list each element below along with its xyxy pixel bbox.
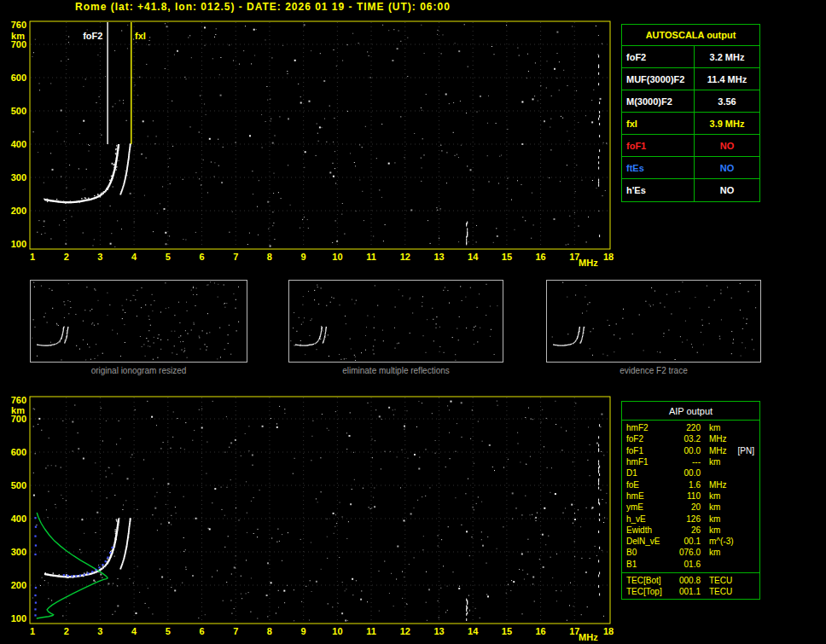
- aip-param-unit: km: [701, 491, 720, 501]
- x-tick-label: 13: [433, 252, 444, 262]
- y-tick-label: 500: [11, 480, 26, 490]
- x-tick-label: 4: [131, 626, 137, 636]
- aip-param-label: TEC[Top]: [622, 587, 670, 596]
- y-tick-label: 760: [11, 395, 26, 405]
- x-tick-label: 15: [502, 252, 512, 262]
- y-tick-label: 600: [11, 73, 26, 83]
- aip-row-TEC[Bot]: TEC[Bot]000.8TECU: [622, 575, 759, 586]
- aip-param-value: 126: [670, 514, 701, 524]
- autoscala-param-value: 3.56: [694, 90, 759, 112]
- thumb2-svg: [547, 281, 759, 362]
- autoscala-table-rows: foF23.2 MHzMUF(3000)F211.4 MHzM(3000)F23…: [622, 46, 759, 201]
- x-tick-label: 18: [603, 252, 614, 262]
- scaled-ionogram-plot: foF2fxI760700600500400300200100km1234567…: [0, 17, 623, 273]
- y-tick-label: 760: [11, 20, 26, 30]
- x-tick-label: 3: [97, 252, 102, 262]
- y-tick-label: 100: [11, 239, 26, 249]
- aip-param-label: D1: [622, 468, 670, 478]
- x-tick-label: 9: [301, 252, 306, 262]
- aip-tec-rows: TEC[Bot]000.8TECUTEC[Top]001.1TECU: [622, 572, 759, 598]
- autoscala-output-table: AUTOSCALA output foF23.2 MHzMUF(3000)F21…: [621, 24, 760, 202]
- aip-param-value: 20: [670, 502, 701, 512]
- x-tick-label: 2: [64, 252, 69, 262]
- aip-param-unit: MHz: [701, 434, 727, 444]
- aip-param-unit: km: [701, 525, 720, 535]
- marker-label-foF2: foF2: [83, 31, 102, 41]
- x-tick-label: 8: [267, 252, 272, 262]
- scaled-ionogram-svg: foF2fxI760700600500400300200100km1234567…: [0, 17, 623, 273]
- y-tick-label: 700: [11, 39, 26, 49]
- aip-param-value: 1.6: [670, 480, 701, 490]
- aip-param-label: foF1: [622, 446, 670, 455]
- y-tick-label: 400: [11, 139, 26, 149]
- x-tick-label: 16: [535, 626, 545, 636]
- autoscala-row-fxI: fxI3.9 MHz: [622, 113, 759, 135]
- aip-param-label: hmF1: [622, 457, 670, 467]
- x-tick-label: 6: [199, 626, 204, 636]
- autoscala-table-title: AUTOSCALA output: [622, 25, 759, 46]
- x-tick-label: 1: [30, 626, 35, 636]
- x-tick-label: 14: [468, 252, 479, 262]
- autoscala-row-h'Es: h'EsNO: [622, 179, 759, 201]
- aip-table-rows: hmF2220kmfoF203.2MHzfoF100.0MHz[PN]hmF1-…: [622, 422, 759, 570]
- aip-output-table: AIP output hmF2220kmfoF203.2MHzfoF100.0M…: [621, 401, 760, 600]
- thumbnail-caption-f2trace: evidence F2 trace: [546, 366, 761, 378]
- aip-param-label: hmF2: [622, 423, 670, 432]
- profile-ionogram-svg: 760700600500400300200100km12345678910111…: [0, 392, 623, 644]
- autoscala-param-label: h'Es: [622, 179, 694, 201]
- x-tick-label: 11: [366, 626, 376, 636]
- aip-param-unit: TECU: [701, 587, 732, 596]
- x-tick-label: 7: [233, 252, 238, 262]
- x-tick-label: 11: [366, 252, 376, 262]
- aip-param-value: 26: [670, 525, 701, 535]
- aip-row-Ewidth: Ewidth26km: [622, 525, 759, 536]
- thumb1-svg: [289, 281, 501, 362]
- x-tick-label: 8: [267, 626, 272, 636]
- autoscala-param-value: NO: [694, 135, 759, 156]
- aip-row-foF2: foF203.2MHz: [622, 433, 759, 444]
- y-tick-label: 200: [11, 580, 26, 590]
- aip-row-foF1: foF100.0MHz[PN]: [622, 445, 759, 456]
- aip-param-value: 01.6: [670, 560, 701, 569]
- autoscala-row-MUF(3000)F2: MUF(3000)F211.4 MHz: [622, 68, 759, 90]
- x-tick-label: 14: [468, 626, 479, 636]
- autoscala-param-label: MUF(3000)F2: [622, 68, 694, 90]
- aip-param-label: h_vE: [622, 514, 670, 524]
- aip-param-unit: km: [701, 457, 720, 467]
- x-tick-label: 12: [400, 626, 410, 636]
- aip-param-flag: [PN]: [738, 446, 759, 455]
- aip-param-label: foE: [622, 480, 670, 490]
- aip-param-label: foF2: [622, 434, 670, 444]
- autoscala-row-foF1: foF1NO: [622, 135, 759, 157]
- aip-param-value: 110: [670, 491, 701, 501]
- aip-param-value: 076.0: [670, 548, 701, 557]
- x-tick-label: 15: [502, 626, 512, 636]
- aip-param-label: B1: [622, 560, 670, 569]
- y-tick-label: 500: [11, 106, 26, 116]
- station-header: Rome (lat: +41.8, lon: 012.5) - DATE: 20…: [75, 1, 451, 13]
- autoscala-param-value: 3.2 MHz: [694, 46, 759, 67]
- autoscala-row-foF2: foF23.2 MHz: [622, 46, 759, 68]
- aip-param-label: DelN_vE: [622, 537, 670, 546]
- x-tick-label: 5: [166, 252, 171, 262]
- x-tick-label: 10: [332, 626, 342, 636]
- x-tick-label: 2: [64, 626, 69, 636]
- y-tick-label: 200: [11, 206, 26, 216]
- x-axis-unit: MHz: [579, 258, 598, 268]
- aip-param-unit: TECU: [701, 576, 732, 585]
- thumbnail-caption-reflections: eliminate multiple reflections: [288, 366, 503, 378]
- autoscala-param-label: M(3000)F2: [622, 90, 694, 112]
- y-tick-label: 300: [11, 172, 26, 183]
- autoscala-param-label: ftEs: [622, 157, 694, 178]
- autoscala-param-label: foF2: [622, 46, 694, 67]
- aip-row-DelN_vE: DelN_vE00.1m^(-3): [622, 536, 759, 547]
- autoscala-param-value: 3.9 MHz: [694, 113, 759, 134]
- aip-param-value: 000.8: [670, 576, 701, 585]
- thumbnail-caption-original: original ionogram resized: [30, 366, 247, 378]
- aip-param-label: B0: [622, 548, 670, 557]
- aip-param-value: 00.1: [670, 537, 701, 546]
- aip-param-unit: km: [701, 502, 720, 512]
- aip-row-h_vE: h_vE126km: [622, 513, 759, 524]
- autoscala-row-ftEs: ftEsNO: [622, 157, 759, 179]
- aip-param-unit: km: [701, 548, 720, 557]
